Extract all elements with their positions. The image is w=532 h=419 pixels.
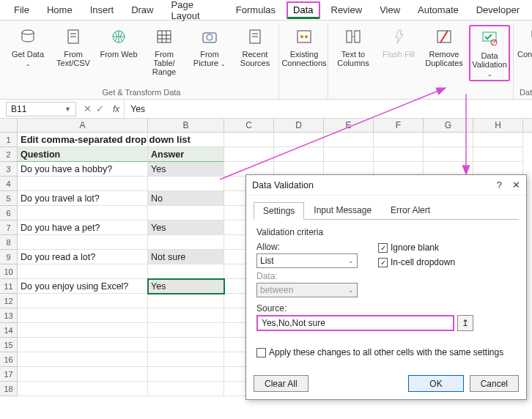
cell-A4[interactable] xyxy=(18,177,148,191)
row-header-5[interactable]: 5 xyxy=(0,191,18,206)
cell-G2[interactable] xyxy=(424,147,473,162)
cell-B15[interactable] xyxy=(148,338,224,352)
check-icon[interactable]: ✓ xyxy=(96,103,104,114)
row-header-4[interactable]: 4 xyxy=(0,177,18,191)
column-header-H[interactable]: H xyxy=(473,119,523,132)
consolidate-button[interactable]: Consolidate xyxy=(518,25,532,60)
row-header-10[interactable]: 10 xyxy=(0,264,18,279)
column-header-E[interactable]: E xyxy=(324,119,374,132)
formula-input[interactable]: Yes xyxy=(124,100,532,118)
cell-B7[interactable]: Yes xyxy=(148,220,224,235)
cell-A9[interactable]: Do you read a lot? xyxy=(18,250,148,264)
cell-B8[interactable] xyxy=(148,235,224,250)
select-all-corner[interactable] xyxy=(0,119,18,132)
column-header-G[interactable]: G xyxy=(424,119,473,132)
menu-tab-home[interactable]: Home xyxy=(40,1,79,18)
row-header-18[interactable]: 18 xyxy=(0,382,18,396)
close-icon[interactable]: ✕ xyxy=(512,179,520,190)
cell-A18[interactable] xyxy=(18,382,148,396)
cell-B6[interactable] xyxy=(148,206,224,220)
menu-tab-file[interactable]: File xyxy=(7,1,36,18)
cell-A5[interactable]: Do you travel a lot? xyxy=(18,191,148,206)
cell-A12[interactable] xyxy=(18,294,148,308)
cell-C2[interactable] xyxy=(224,147,274,162)
column-header-B[interactable]: B xyxy=(148,119,224,132)
row-header-1[interactable]: 1 xyxy=(0,133,18,147)
recent-sources-button[interactable]: Recent Sources xyxy=(234,25,276,78)
cell-A13[interactable] xyxy=(18,308,148,323)
data-validation-button[interactable]: Data Validation ⌄ xyxy=(469,25,510,81)
flash-fill-button[interactable]: Flash Fill xyxy=(378,25,419,81)
cell-D1[interactable] xyxy=(274,133,324,147)
ok-button[interactable]: OK xyxy=(408,375,463,392)
name-box[interactable]: B11 ▼ xyxy=(6,102,76,116)
row-header-14[interactable]: 14 xyxy=(0,323,18,338)
menu-tab-data[interactable]: Data xyxy=(287,1,319,19)
menu-tab-draw[interactable]: Draw xyxy=(125,1,160,18)
menu-tab-formulas[interactable]: Formulas xyxy=(229,1,282,18)
cell-B13[interactable] xyxy=(148,308,224,323)
cell-H1[interactable] xyxy=(473,133,523,147)
cell-B3[interactable]: Yes xyxy=(148,162,224,177)
apply-all-checkbox[interactable]: Apply these changes to all other cells w… xyxy=(256,347,516,357)
menu-tab-automate[interactable]: Automate xyxy=(411,1,465,18)
text-to-columns-button[interactable]: Text to Columns xyxy=(333,25,374,81)
cell-B4[interactable] xyxy=(148,177,224,191)
row-header-15[interactable]: 15 xyxy=(0,338,18,352)
row-header-8[interactable]: 8 xyxy=(0,235,18,250)
cancel-icon[interactable]: ✕ xyxy=(84,103,92,114)
cell-G1[interactable] xyxy=(424,133,473,147)
get-data-button[interactable]: Get Data ⌄ xyxy=(7,25,48,78)
cell-E2[interactable] xyxy=(324,147,374,162)
row-header-16[interactable]: 16 xyxy=(0,352,18,367)
fx-icon[interactable]: fx xyxy=(113,104,119,114)
cell-B17[interactable] xyxy=(148,367,224,382)
menu-tab-developer[interactable]: Developer xyxy=(470,1,526,18)
ignore-blank-checkbox[interactable]: ✓ Ignore blank xyxy=(378,242,455,253)
cell-A10[interactable] xyxy=(18,264,148,279)
incell-dropdown-checkbox[interactable]: ✓ In-cell dropdown xyxy=(378,257,455,267)
cell-A17[interactable] xyxy=(18,367,148,382)
column-header-D[interactable]: D xyxy=(274,119,324,132)
source-input[interactable]: Yes,No,Not sure xyxy=(256,315,454,331)
cell-A15[interactable] xyxy=(18,338,148,352)
row-header-3[interactable]: 3 xyxy=(0,162,18,177)
cell-A1[interactable]: Edit comma-separated drop down list xyxy=(18,133,148,147)
cell-B2[interactable]: Answer xyxy=(148,147,224,162)
row-header-9[interactable]: 9 xyxy=(0,250,18,264)
cell-E1[interactable] xyxy=(324,133,374,147)
cell-B18[interactable] xyxy=(148,382,224,396)
row-header-13[interactable]: 13 xyxy=(0,308,18,323)
row-header-7[interactable]: 7 xyxy=(0,220,18,235)
cell-B11[interactable]: Yes▼ xyxy=(148,279,224,294)
cell-A3[interactable]: Do you have a hobby? xyxy=(18,162,148,177)
cell-A14[interactable] xyxy=(18,323,148,338)
cell-A7[interactable]: Do you have a pet? xyxy=(18,220,148,235)
menu-tab-view[interactable]: View xyxy=(373,1,407,18)
cell-B5[interactable]: No xyxy=(148,191,224,206)
existing-connections-button[interactable]: Existing Connections xyxy=(284,25,325,69)
cell-B16[interactable] xyxy=(148,352,224,367)
dialog-tab-input-message[interactable]: Input Message xyxy=(304,201,381,219)
from-table-button[interactable]: From Table/Range xyxy=(144,25,185,78)
cell-A16[interactable] xyxy=(18,352,148,367)
clear-all-button[interactable]: Clear All xyxy=(254,375,309,392)
row-header-6[interactable]: 6 xyxy=(0,206,18,220)
cell-F1[interactable] xyxy=(374,133,424,147)
cell-B14[interactable] xyxy=(148,323,224,338)
cell-A2[interactable]: Question xyxy=(18,147,148,162)
from-picture-button[interactable]: From Picture ⌄ xyxy=(189,25,230,78)
dialog-tab-error-alert[interactable]: Error Alert xyxy=(381,201,440,219)
cell-B10[interactable] xyxy=(148,264,224,279)
from-textcsv-button[interactable]: From Text/CSV xyxy=(53,25,94,78)
cell-H2[interactable] xyxy=(473,147,523,162)
cell-D2[interactable] xyxy=(274,147,324,162)
column-header-F[interactable]: F xyxy=(374,119,424,132)
help-icon[interactable]: ? xyxy=(497,179,502,190)
remove-duplicates-button[interactable]: Remove Duplicates xyxy=(424,25,465,81)
column-header-C[interactable]: C xyxy=(224,119,274,132)
dialog-tab-settings[interactable]: Settings xyxy=(254,202,304,220)
row-header-2[interactable]: 2 xyxy=(0,147,18,162)
cell-A6[interactable] xyxy=(18,206,148,220)
cell-B9[interactable]: Not sure xyxy=(148,250,224,264)
